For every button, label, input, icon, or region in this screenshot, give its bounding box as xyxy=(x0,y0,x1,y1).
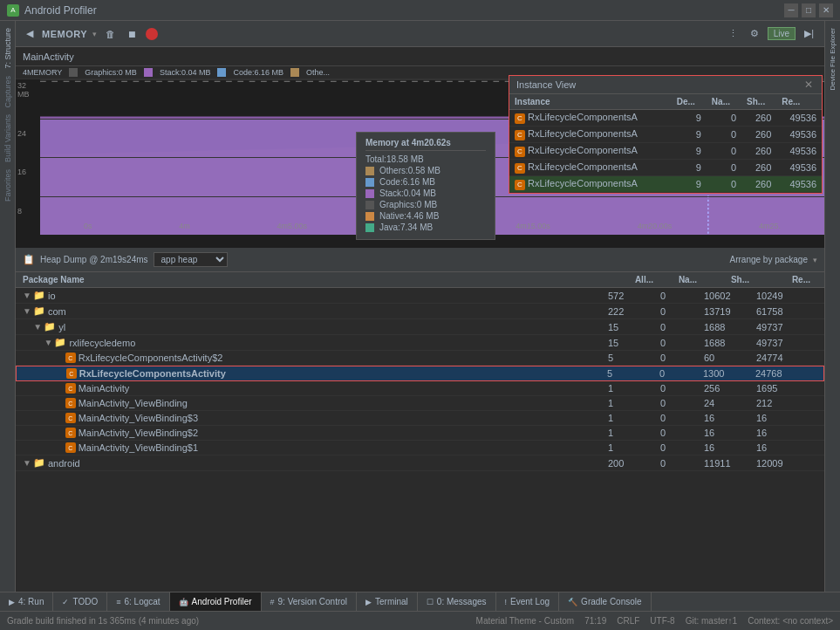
tooltip-others-label: Others:0.58 MB xyxy=(379,166,440,175)
sidebar-item-structure[interactable]: 7: Structure xyxy=(3,24,12,72)
y-label-8: 8 xyxy=(17,207,38,216)
tree-row[interactable]: C MainActivity 1 0 256 1695 xyxy=(16,381,824,396)
tree-row-name: MainActivity_ViewBinding xyxy=(79,398,188,408)
tab-gradle-console[interactable]: 🔨 Gradle Console xyxy=(559,592,651,611)
tree-sh-cell: 13719 xyxy=(704,305,756,317)
tooltip-code-label: Code:6.16 MB xyxy=(379,177,435,187)
tab-logcat[interactable]: ≡ 6: Logcat xyxy=(107,592,169,611)
app-icon: A xyxy=(7,4,19,17)
next-button[interactable]: ▶| xyxy=(801,26,817,41)
instance-view-close[interactable]: ✕ xyxy=(802,79,815,91)
tab-terminal[interactable]: ▶ Terminal xyxy=(357,592,418,611)
delete-button[interactable]: 🗑 xyxy=(102,27,119,41)
instance-view-header-row: Instance De... Na... Sh... Re... xyxy=(509,94,822,110)
tab-run-label: 4: Run xyxy=(18,597,44,606)
tree-re-cell: 49737 xyxy=(756,321,817,332)
close-button[interactable]: ✕ xyxy=(819,3,833,17)
tree-row[interactable]: ▼ 📁 io 572 0 10602 10249 xyxy=(16,288,824,304)
legend-graphics-label: Graphics:0 MB xyxy=(85,68,137,77)
logcat-icon: ≡ xyxy=(116,598,120,606)
instance-row[interactable]: CRxLifecycleComponentsA 9 0 260 49536 xyxy=(509,143,822,160)
todo-icon: ✓ xyxy=(62,598,69,606)
tree-row-name: io xyxy=(48,291,56,301)
maximize-button[interactable]: □ xyxy=(802,3,816,17)
tab-messages[interactable]: ☐ 0: Messages xyxy=(418,592,496,611)
tree-row[interactable]: C RxLifecycleComponentsActivity 5 0 1300… xyxy=(16,366,824,381)
app-title: Android Profiler xyxy=(24,4,97,17)
instance-row[interactable]: CRxLifecycleComponentsA 9 0 260 49536 xyxy=(509,110,822,127)
tree-expand-icon[interactable]: ▼ xyxy=(23,306,33,316)
instance-icon: C xyxy=(515,130,525,140)
tree-row[interactable]: C RxLifecycleComponentsActivity$2 5 0 60… xyxy=(16,351,824,366)
bottom-tabs: ▶ 4: Run ✓ TODO ≡ 6: Logcat 🤖 Android Pr… xyxy=(0,592,840,611)
tree-na-cell: 0 xyxy=(660,457,704,469)
instance-cell-sh: 260 xyxy=(741,160,776,176)
time-4m: 4m xyxy=(179,222,190,230)
tree-name-cell: C RxLifecycleComponentsActivity xyxy=(24,368,607,379)
tree-expand-icon[interactable]: ▼ xyxy=(23,291,33,300)
tree-row-name: yl xyxy=(58,322,65,332)
instance-view-title: Instance View xyxy=(516,79,576,90)
instance-cell-na: 0 xyxy=(707,176,741,193)
tree-row[interactable]: C MainActivity_ViewBinding 1 0 24 212 xyxy=(16,396,824,411)
package-tree[interactable]: ▼ 📁 io 572 0 10602 10249 ▼ 📁 com 222 0 1… xyxy=(16,288,824,592)
tooltip-title: Memory at 4m20.62s xyxy=(365,138,486,151)
instance-row[interactable]: CRxLifecycleComponentsA 9 0 260 49536 xyxy=(509,160,822,176)
sidebar-item-build-variants[interactable]: Build Variants xyxy=(3,111,12,166)
legend-stack-label: Stack:0.04 MB xyxy=(160,68,211,77)
tree-row[interactable]: ▼ 📁 rxlifecycledemo 15 0 1688 49737 xyxy=(16,335,824,351)
tree-row[interactable]: C MainActivity_ViewBinding$1 1 0 16 16 xyxy=(16,441,824,455)
tree-expand-icon[interactable]: ▼ xyxy=(33,322,44,332)
heap-select[interactable]: app heap image heap zygote heap xyxy=(154,252,228,267)
legend-code xyxy=(217,68,226,77)
memory-chart[interactable]: 32 MB 24 16 8 xyxy=(16,79,824,235)
tree-expand-icon[interactable]: ▼ xyxy=(23,458,33,468)
tree-row[interactable]: C MainActivity_ViewBinding$2 1 0 16 16 xyxy=(16,426,824,441)
sidebar-item-captures[interactable]: Captures xyxy=(3,72,12,112)
memory-header: MainActivity xyxy=(16,47,824,66)
run-icon: ▶ xyxy=(9,598,15,606)
sidebar-item-device-file-explorer[interactable]: Device File Explorer xyxy=(829,24,837,94)
instance-icon: C xyxy=(515,147,525,157)
tab-android-profiler[interactable]: 🤖 Android Profiler xyxy=(170,592,262,611)
tree-all-cell: 200 xyxy=(608,457,660,469)
tab-version-control[interactable]: # 9: Version Control xyxy=(262,592,358,611)
back-button[interactable]: ◀ xyxy=(23,26,37,41)
tree-row[interactable]: ▼ 📁 com 222 0 13719 61758 xyxy=(16,304,824,319)
tree-row[interactable]: ▼ 📁 android 200 0 11911 12009 xyxy=(16,455,824,471)
tree-header: Package Name All... Na... Sh... Re... xyxy=(16,272,824,288)
instance-cell-name: CRxLifecycleComponentsA xyxy=(509,143,672,160)
tree-na-cell: 0 xyxy=(660,305,704,317)
tree-sh-cell: 16 xyxy=(704,413,756,423)
instance-icon: C xyxy=(515,163,525,174)
tree-all-cell: 5 xyxy=(608,353,660,363)
toolbar-more-button[interactable]: ⋮ xyxy=(725,26,741,41)
tab-event-log[interactable]: ! Event Log xyxy=(496,592,560,611)
minimize-button[interactable]: ─ xyxy=(784,3,798,17)
toolbar-settings-button[interactable]: ⚙ xyxy=(747,26,762,41)
tree-row-name: RxLifecycleComponentsActivity xyxy=(79,368,226,379)
instance-cell-name: CRxLifecycleComponentsA xyxy=(509,110,672,127)
instance-row[interactable]: CRxLifecycleComponentsA 9 0 260 49536 xyxy=(509,127,822,143)
tree-sh-cell: 1300 xyxy=(703,368,755,379)
tree-row[interactable]: C MainActivity_ViewBinding$3 1 0 16 16 xyxy=(16,411,824,426)
tree-row[interactable]: ▼ 📁 yl 15 0 1688 49737 xyxy=(16,319,824,335)
time-4m5: 4m5.00s xyxy=(277,222,308,230)
tab-todo[interactable]: ✓ TODO xyxy=(53,592,107,611)
sidebar-item-favorites[interactable]: Favorites xyxy=(3,166,12,205)
tree-name-cell: ▼ 📁 com xyxy=(23,305,608,317)
stop-button[interactable]: ⏹ xyxy=(124,27,140,41)
instance-cell-sh: 260 xyxy=(741,127,776,143)
tree-expand-icon[interactable]: ▼ xyxy=(44,338,54,347)
col-package-name: Package Name xyxy=(23,275,608,284)
instance-row[interactable]: CRxLifecycleComponentsA 9 0 260 49536 xyxy=(509,176,822,193)
record-indicator xyxy=(146,28,158,40)
arrange-dropdown-arrow: ▾ xyxy=(813,256,817,264)
tree-all-cell: 222 xyxy=(608,305,660,317)
instance-cell-na: 0 xyxy=(707,143,741,160)
tab-run[interactable]: ▶ 4: Run xyxy=(0,592,53,611)
tree-all-cell: 1 xyxy=(608,383,660,394)
tree-re-cell: 24768 xyxy=(755,368,816,379)
tree-all-cell: 1 xyxy=(608,428,660,438)
live-button[interactable]: Live xyxy=(768,27,796,40)
